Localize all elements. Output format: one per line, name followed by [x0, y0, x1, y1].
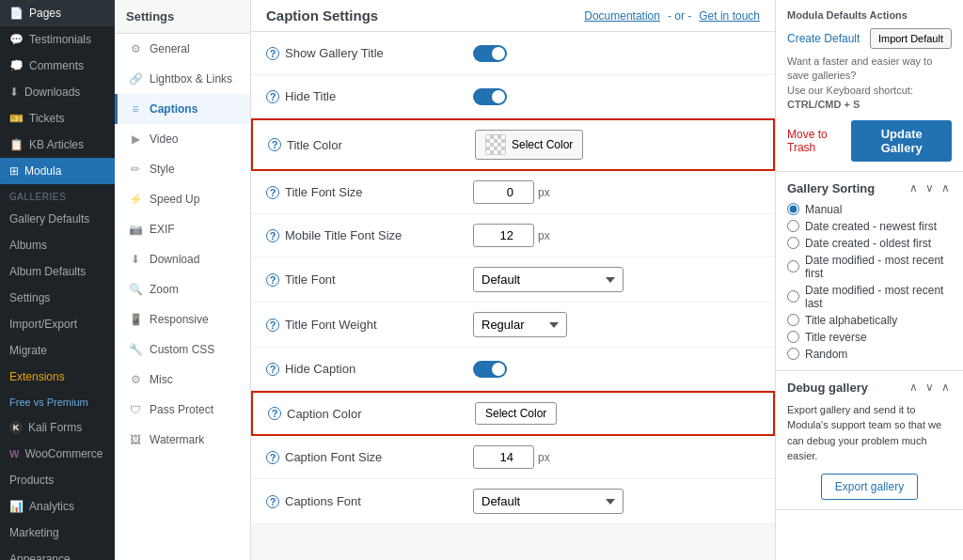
menu-item-watermark[interactable]: 🖼 Watermark	[115, 425, 250, 455]
sidebar-item-albums[interactable]: Albums	[0, 232, 115, 258]
sidebar-item-modula[interactable]: ⊞ Modula	[0, 158, 115, 184]
speedup-icon: ⚡	[129, 193, 142, 206]
title-font-size-input[interactable]	[473, 180, 534, 204]
create-default-link[interactable]: Create Default	[787, 32, 860, 45]
caption-font-size-input[interactable]	[473, 445, 534, 469]
lightbox-icon: 🔗	[129, 72, 142, 86]
sidebar-item-settings[interactable]: Settings	[0, 285, 115, 311]
content-area: Caption Settings Documentation - or - Ge…	[251, 0, 775, 560]
menu-item-speed-up[interactable]: ⚡ Speed Up	[115, 184, 250, 214]
row-title-font: ? Title Font Default	[251, 257, 775, 303]
menu-item-style[interactable]: ✏ Style	[115, 154, 250, 184]
menu-item-general[interactable]: ⚙ General	[115, 34, 250, 64]
sort-title-reverse[interactable]: Title reverse	[787, 331, 952, 344]
sidebar-item-testimonials[interactable]: 💬 Testimonials	[0, 26, 115, 53]
hide-caption-toggle[interactable]	[473, 361, 507, 378]
help-mobile-title-font-size[interactable]: ?	[266, 229, 279, 242]
sidebar-item-comments[interactable]: 💭 Comments	[0, 53, 115, 79]
caption-font-size-label: Caption Font Size	[285, 450, 382, 464]
title-color-picker[interactable]: Select Color	[475, 130, 583, 160]
sidebar-item-kb-articles[interactable]: 📋 KB Articles	[0, 132, 115, 158]
help-show-gallery-title[interactable]: ?	[266, 47, 279, 60]
sidebar-item-products[interactable]: Products	[0, 467, 115, 493]
debug-down-btn[interactable]: ∨	[924, 381, 936, 394]
select-color-label: Select Color	[512, 138, 573, 151]
sidebar-item-import-export[interactable]: Import/Export	[0, 311, 115, 337]
import-default-button[interactable]: Import Default	[870, 28, 952, 49]
testimonials-icon: 💬	[9, 33, 24, 46]
help-caption-color[interactable]: ?	[268, 407, 281, 420]
title-font-size-unit: px	[538, 186, 550, 199]
title-font-select[interactable]: Default	[473, 267, 624, 292]
row-title-font-size: ? Title Font Size px	[251, 171, 775, 214]
title-color-label: Title Color	[287, 138, 342, 152]
caption-color-label: Caption Color	[287, 407, 362, 421]
settings-panel: Settings ⚙ General 🔗 Lightbox & Links ≡ …	[115, 0, 251, 560]
documentation-link[interactable]: Documentation	[584, 9, 660, 23]
captions-icon: ≡	[129, 102, 142, 116]
row-caption-font-size: ? Caption Font Size px	[251, 436, 775, 479]
menu-item-video[interactable]: ▶ Video	[115, 124, 250, 154]
captions-font-select[interactable]: Default	[473, 489, 624, 514]
toggle-slider	[473, 45, 507, 62]
sorting-down-btn[interactable]: ∨	[924, 181, 936, 194]
help-title-font-size[interactable]: ?	[266, 186, 279, 199]
sorting-up-btn[interactable]: ∧	[908, 181, 920, 194]
help-title-font-weight[interactable]: ?	[266, 319, 279, 332]
sidebar-item-extensions[interactable]: Extensions	[0, 364, 115, 390]
menu-item-responsive[interactable]: 📱 Responsive	[115, 304, 250, 334]
sidebar-item-free-vs-premium[interactable]: Free vs Premium	[0, 390, 115, 414]
sidebar-item-album-defaults[interactable]: Album Defaults	[0, 258, 115, 285]
menu-item-download[interactable]: ⬇ Download	[115, 244, 250, 274]
menu-item-exif[interactable]: 📷 EXIF	[115, 214, 250, 244]
help-caption-font-size[interactable]: ?	[266, 451, 279, 464]
update-gallery-button[interactable]: Update Gallery	[851, 120, 952, 162]
sidebar-item-migrate[interactable]: Migrate	[0, 337, 115, 364]
caption-color-picker[interactable]: Select Color	[475, 402, 557, 425]
sidebar-item-gallery-defaults[interactable]: Gallery Defaults	[0, 206, 115, 232]
captions-font-label: Captions Font	[285, 494, 361, 508]
export-gallery-button[interactable]: Export gallery	[821, 474, 918, 500]
sidebar-item-analytics[interactable]: 📊 Analytics	[0, 493, 115, 520]
sidebar-item-appearance[interactable]: Appearance	[0, 546, 115, 560]
sidebar-item-downloads[interactable]: ⬇ Downloads	[0, 79, 115, 105]
sort-date-oldest[interactable]: Date created - oldest first	[787, 237, 952, 250]
help-title-color[interactable]: ?	[268, 138, 281, 151]
help-captions-font[interactable]: ?	[266, 495, 279, 508]
sidebar-item-pages[interactable]: 📄 Pages	[0, 0, 115, 26]
sidebar-item-woocommerce[interactable]: W WooCommerce	[0, 441, 115, 467]
sort-modified-last[interactable]: Date modified - most recent last	[787, 284, 952, 310]
menu-item-custom-css[interactable]: 🔧 Custom CSS	[115, 334, 250, 365]
menu-item-zoom[interactable]: 🔍 Zoom	[115, 274, 250, 304]
row-caption-color: ? Caption Color Select Color	[251, 391, 775, 436]
create-default-row: Create Default Import Default	[787, 28, 952, 49]
sort-random[interactable]: Random	[787, 348, 952, 361]
help-hide-title[interactable]: ?	[266, 90, 279, 103]
debug-up-btn[interactable]: ∧	[908, 381, 920, 394]
menu-item-captions[interactable]: ≡ Captions	[115, 94, 250, 124]
menu-item-misc[interactable]: ⚙ Misc	[115, 365, 250, 395]
sorting-close-btn[interactable]: ∧	[939, 181, 952, 194]
toggle-slider-2	[473, 88, 507, 105]
debug-close-btn[interactable]: ∧	[939, 381, 952, 394]
sidebar-item-marketing[interactable]: Marketing	[0, 520, 115, 546]
get-in-touch-link[interactable]: Get in touch	[699, 9, 760, 23]
title-font-weight-select[interactable]: Regular Bold Light	[473, 312, 567, 337]
row-hide-title: ? Hide Title	[251, 75, 775, 118]
sort-title-alpha[interactable]: Title alphabetically	[787, 314, 952, 327]
sidebar-item-kali-forms[interactable]: K Kali Forms	[0, 414, 115, 441]
show-gallery-title-toggle[interactable]	[473, 45, 507, 62]
mobile-title-font-size-input[interactable]	[473, 224, 534, 247]
sort-manual[interactable]: Manual	[787, 203, 952, 216]
hide-title-toggle[interactable]	[473, 88, 507, 105]
menu-item-pass-protect[interactable]: 🛡 Pass Protect	[115, 395, 250, 425]
sidebar-item-tickets[interactable]: 🎫 Tickets	[0, 105, 115, 132]
sort-modified-recent[interactable]: Date modified - most recent first	[787, 254, 952, 280]
help-title-font[interactable]: ?	[266, 273, 279, 287]
help-hide-caption[interactable]: ?	[266, 363, 279, 376]
modula-defaults-label: Modula Defaults Actions	[787, 9, 952, 21]
move-to-trash-link[interactable]: Move to Trash	[787, 128, 851, 154]
menu-item-lightbox[interactable]: 🔗 Lightbox & Links	[115, 64, 250, 94]
sort-date-newest[interactable]: Date created - newest first	[787, 220, 952, 233]
sorting-controls: ∧ ∨ ∧	[908, 181, 952, 194]
